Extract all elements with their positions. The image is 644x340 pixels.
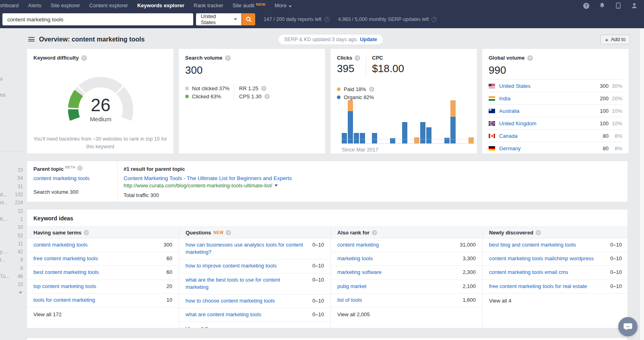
sidebar-collapse-caret-icon[interactable] [19, 292, 22, 294]
info-icon[interactable] [324, 17, 330, 22]
result-title-link[interactable]: Content Marketing Tools - The Ultimate L… [124, 175, 621, 181]
search-button[interactable] [242, 13, 255, 25]
keyword-link[interactable]: how to improve content marketing tools [186, 262, 277, 270]
device-icon[interactable] [615, 2, 621, 9]
help-icon[interactable] [369, 87, 374, 92]
keyword-link[interactable]: what are the best tools to use for conte… [186, 276, 303, 291]
help-icon[interactable] [536, 230, 541, 235]
sidebar-row[interactable]: y ...42 [0, 248, 23, 256]
keyword-link[interactable]: how can businesses use analytics tools f… [186, 241, 303, 256]
keyword-volume: 0–10 [610, 255, 622, 261]
nav-item-dashboard[interactable]: Dashboard [0, 2, 19, 8]
sidebar-truncated-label[interactable]: s [0, 76, 3, 82]
sidebar-row[interactable]: 31 [0, 182, 23, 191]
country-link[interactable]: India [499, 95, 589, 102]
country-link[interactable]: United States [499, 83, 589, 89]
keyword-link[interactable]: tools for content marketing [33, 296, 95, 304]
keyword-link[interactable]: list of tools [337, 296, 362, 304]
in-flag-icon [489, 96, 495, 101]
ki-column-newly-discovered: Newly discoveredbest blog and content ma… [482, 226, 628, 328]
nav-item-content-explorer[interactable]: Content explorer [89, 2, 128, 8]
keyword-volume: 3,300 [462, 255, 476, 261]
help-icon[interactable] [264, 94, 270, 99]
paid-bar-segment [450, 100, 456, 117]
keyword-link[interactable]: how to choose content marketing tools [186, 297, 275, 305]
help-icon[interactable] [84, 230, 89, 235]
keyword-link[interactable]: content marketing tools email cms [489, 269, 568, 276]
keyword-link[interactable]: pubg market [337, 283, 366, 290]
menu-icon[interactable] [28, 37, 35, 43]
sidebar-item-count: 46 [18, 274, 23, 279]
sidebar-row[interactable]: d...132 [0, 191, 23, 199]
url-dropdown-caret-icon[interactable] [275, 185, 278, 187]
result-url: http://www.curata.com/blog/content-marke… [124, 182, 272, 189]
sidebar-row[interactable]: t...9 [0, 256, 23, 264]
sidebar-row[interactable]: 10 [0, 223, 23, 231]
sidebar-row[interactable]: 52 [0, 231, 23, 239]
sidebar-row[interactable]: 11 [0, 240, 23, 248]
keyword-link[interactable]: free content marketing tools for real es… [489, 283, 587, 290]
help-icon[interactable] [527, 55, 533, 61]
navbar-icons [583, 2, 638, 9]
help-icon[interactable] [225, 55, 231, 61]
help-icon[interactable] [583, 3, 589, 9]
keyword-link[interactable]: free content marketing tools [33, 255, 98, 262]
update-link[interactable]: Update [360, 37, 377, 42]
view-all-link[interactable]: View all 172 [27, 307, 68, 321]
help-icon[interactable] [261, 86, 266, 91]
help-icon[interactable] [355, 55, 360, 61]
country-link[interactable]: United Kingdom [499, 120, 589, 126]
nav-item-site-explorer[interactable]: Site explorer [51, 2, 80, 8]
keyword-volume: 0–10 [610, 269, 622, 275]
nav-item-rank-tracker[interactable]: Rank tracker [194, 2, 223, 8]
sidebar-row[interactable]: 8 [0, 264, 23, 272]
view-all-link[interactable]: View all 4 [483, 294, 518, 308]
country-row: Germany808% [489, 142, 622, 154]
user-icon[interactable] [631, 2, 638, 9]
keyword-link[interactable]: what are content marketing tools [186, 311, 261, 318]
keyword-volume: 10 [167, 296, 172, 303]
chart-bar [342, 133, 347, 143]
sidebar-row[interactable]: ni...224 [0, 199, 23, 207]
keyword-row: top content marketing tools20 [27, 280, 179, 294]
nav-item-site-audit[interactable]: Site auditNEW [233, 2, 266, 8]
keyword-link[interactable]: content marketing tools mailchimp wordpr… [489, 255, 594, 262]
keyword-link[interactable]: content marketing [337, 241, 379, 249]
nav-item-keywords-explorer[interactable]: Keywords explorer [137, 2, 184, 8]
sidebar-row[interactable]: Tu...46 [0, 272, 23, 280]
sidebar-row[interactable]: 15 [0, 280, 23, 288]
scrollbar[interactable] [640, 29, 644, 340]
info-icon[interactable] [431, 17, 437, 22]
keyword-link[interactable]: top content marketing tools [33, 283, 96, 290]
sidebar-row[interactable]: 54 [0, 174, 23, 182]
sidebar-row[interactable]: K...1 [0, 215, 23, 223]
keyword-link[interactable]: best blog and content marketing tools [489, 241, 576, 249]
parent-topic-keyword-link[interactable]: content marketing tools [33, 175, 114, 181]
keyword-link[interactable]: marketing tools [337, 255, 373, 262]
help-icon[interactable] [226, 230, 231, 235]
country-link[interactable]: Australia [499, 108, 589, 114]
cpc-value: $18.00 [372, 62, 404, 75]
keyword-link[interactable]: best content marketing tools [33, 269, 99, 276]
keyword-search-input[interactable] [2, 13, 193, 25]
sidebar-truncated-label[interactable]: ns [0, 92, 6, 98]
help-icon[interactable] [81, 55, 87, 61]
keyword-link[interactable]: content marketing tools [33, 241, 87, 249]
sidebar-row[interactable]: 12 [0, 207, 23, 215]
view-all-link[interactable]: View all 2,005 [331, 307, 376, 321]
help-icon[interactable] [77, 166, 83, 171]
country-link[interactable]: Canada [499, 133, 589, 139]
view-all-link[interactable]: View all 6 [179, 322, 214, 328]
nav-item-alerts[interactable]: Alerts [28, 2, 41, 8]
sidebar-row[interactable]: 23 [0, 166, 23, 174]
help-icon[interactable] [372, 230, 377, 235]
country-link[interactable]: Germany [499, 145, 589, 151]
nav-item-more[interactable]: More [275, 2, 292, 8]
add-to-button[interactable]: + Add to [601, 35, 630, 44]
chat-button[interactable] [618, 317, 638, 336]
bell-icon[interactable] [599, 2, 605, 9]
keyword-link[interactable]: marketing software [337, 269, 382, 276]
ki-column-title: Questions [186, 230, 211, 236]
keyword-ideas-grid: Having same termscontent marketing tools… [27, 226, 627, 328]
country-select[interactable]: United States [196, 13, 242, 25]
